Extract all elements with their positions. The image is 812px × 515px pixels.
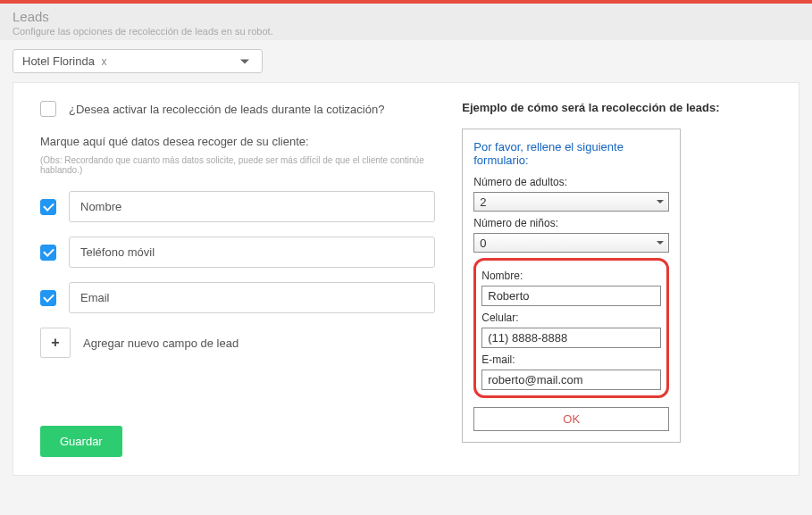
field-row-name: Nombre (40, 191, 435, 222)
field-row-email: Email (40, 282, 435, 313)
field-row-phone: Teléfono móvil (40, 237, 435, 268)
field-name-input[interactable]: Nombre (69, 191, 435, 222)
preview-adults-select[interactable]: 2 (473, 192, 669, 212)
field-name-checkbox[interactable] (40, 199, 56, 215)
collect-label: Marque aquí qué datos desea recoger de s… (40, 135, 435, 148)
page-header: Leads Configure las opciones de recolecc… (0, 4, 812, 40)
activate-row: ¿Desea activar la recolección de leads d… (40, 101, 435, 117)
activate-checkbox[interactable] (40, 101, 56, 117)
preview-adults-label: Número de adultos: (473, 176, 669, 188)
preview-phone-input[interactable] (481, 328, 661, 348)
field-email-input[interactable]: Email (69, 282, 435, 313)
preview-title: Ejemplo de cómo será la recolección de l… (462, 101, 772, 114)
field-phone-input[interactable]: Teléfono móvil (69, 237, 435, 268)
field-phone-checkbox[interactable] (40, 245, 56, 261)
preview-box: Por favor, rellene el siguiente formular… (462, 129, 681, 443)
chevron-down-icon (240, 59, 249, 63)
preview-column: Ejemplo de cómo será la recolección de l… (462, 101, 772, 457)
preview-name-label: Nombre: (481, 270, 661, 282)
save-button[interactable]: Guardar (40, 426, 122, 457)
preview-kids-label: Número de niños: (473, 217, 669, 229)
preview-name-input[interactable] (481, 286, 661, 306)
config-column: ¿Desea activar la recolección de leads d… (40, 101, 435, 457)
remove-hotel-icon[interactable]: x (102, 55, 107, 68)
preview-kids-select[interactable]: 0 (473, 233, 669, 253)
preview-heading: Por favor, rellene el siguiente formular… (473, 140, 669, 167)
page-subtitle: Configure las opciones de recolección de… (13, 26, 799, 37)
add-field-label: Agregar nuevo campo de lead (83, 336, 239, 350)
preview-phone-label: Celular: (481, 311, 661, 324)
content-panel: ¿Desea activar la recolección de leads d… (13, 82, 799, 476)
preview-ok-button[interactable]: OK (473, 407, 669, 431)
page-title: Leads (13, 9, 799, 24)
hotel-select-value: Hotel Florinda (22, 54, 95, 68)
hotel-select-row: Hotel Florinda x (0, 40, 812, 82)
activate-question: ¿Desea activar la recolección de leads d… (69, 103, 384, 116)
add-field-button[interactable]: + (40, 328, 71, 358)
collect-obs: (Obs: Recordando que cuanto más datos so… (40, 155, 435, 175)
highlighted-lead-fields: Nombre: Celular: E-mail: (473, 258, 669, 398)
plus-icon: + (51, 335, 59, 351)
hotel-select[interactable]: Hotel Florinda x (13, 49, 263, 73)
preview-email-label: E-mail: (481, 353, 661, 366)
preview-email-input[interactable] (481, 370, 661, 390)
add-field-row: + Agregar nuevo campo de lead (40, 328, 435, 358)
field-email-checkbox[interactable] (40, 290, 56, 306)
